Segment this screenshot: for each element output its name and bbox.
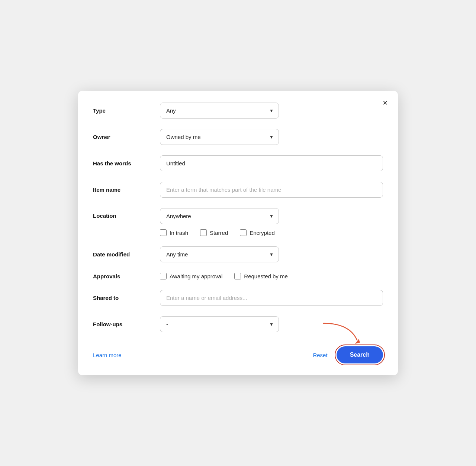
- follow-ups-control: - Suggested recipients Follow-up suggest…: [160, 316, 383, 332]
- location-select-wrapper: Anywhere My Drive Shared with me Compute…: [160, 208, 279, 224]
- location-label: Location: [93, 208, 160, 219]
- awaiting-approval-group[interactable]: Awaiting my approval: [160, 273, 222, 279]
- footer-right: Reset Search: [313, 346, 383, 363]
- owner-row: Owner Owned by me Not owned by me Owned …: [93, 129, 383, 145]
- starred-group[interactable]: Starred: [200, 229, 228, 236]
- has-the-words-input[interactable]: [160, 155, 383, 171]
- approvals-control: Awaiting my approval Requested by me: [160, 273, 383, 279]
- encrypted-label: Encrypted: [250, 230, 275, 236]
- owner-select-wrapper: Owned by me Not owned by me Owned by any…: [160, 129, 279, 145]
- follow-ups-label: Follow-ups: [93, 321, 160, 327]
- has-the-words-control: [160, 155, 383, 171]
- svg-marker-0: [355, 339, 360, 344]
- requested-by-me-label: Requested by me: [244, 273, 288, 279]
- follow-ups-select-wrapper: - Suggested recipients Follow-up suggest…: [160, 316, 279, 332]
- follow-ups-row: Follow-ups - Suggested recipients Follow…: [93, 316, 383, 332]
- approvals-checkboxes: Awaiting my approval Requested by me: [160, 273, 383, 279]
- date-modified-select[interactable]: Any time Today Yesterday Last 7 days Las…: [160, 246, 279, 262]
- item-name-row: Item name: [93, 182, 383, 198]
- encrypted-checkbox[interactable]: [240, 229, 247, 236]
- in-trash-label: In trash: [170, 230, 188, 236]
- date-modified-row: Date modified Any time Today Yesterday L…: [93, 246, 383, 262]
- approvals-label: Approvals: [93, 273, 160, 279]
- footer: Learn more Reset Search: [93, 343, 383, 363]
- date-modified-control: Any time Today Yesterday Last 7 days Las…: [160, 246, 383, 262]
- encrypted-group[interactable]: Encrypted: [240, 229, 275, 236]
- starred-label: Starred: [210, 230, 228, 236]
- location-row: Location Anywhere My Drive Shared with m…: [93, 208, 383, 236]
- requested-by-me-checkbox[interactable]: [234, 273, 241, 279]
- item-name-control: [160, 182, 383, 198]
- location-control: Anywhere My Drive Shared with me Compute…: [160, 208, 383, 236]
- shared-to-input[interactable]: [160, 290, 383, 306]
- type-control: Any Document Spreadsheet Presentation PD…: [160, 103, 383, 119]
- shared-to-control: [160, 290, 383, 306]
- search-dialog: × Type Any Document Spreadsheet Presenta…: [78, 91, 398, 375]
- type-select-wrapper: Any Document Spreadsheet Presentation PD…: [160, 103, 279, 119]
- approvals-row: Approvals Awaiting my approval Requested…: [93, 273, 383, 279]
- owner-label: Owner: [93, 134, 160, 140]
- location-select[interactable]: Anywhere My Drive Shared with me Compute…: [160, 208, 279, 224]
- date-modified-select-wrapper: Any time Today Yesterday Last 7 days Las…: [160, 246, 279, 262]
- type-label: Type: [93, 107, 160, 114]
- awaiting-approval-checkbox[interactable]: [160, 273, 167, 279]
- reset-button[interactable]: Reset: [313, 352, 327, 358]
- type-select[interactable]: Any Document Spreadsheet Presentation PD…: [160, 103, 279, 119]
- search-button[interactable]: Search: [337, 346, 383, 363]
- requested-by-me-group[interactable]: Requested by me: [234, 273, 288, 279]
- location-checkboxes: In trash Starred Encrypted: [160, 229, 383, 236]
- owner-control: Owned by me Not owned by me Owned by any…: [160, 129, 383, 145]
- close-button[interactable]: ×: [380, 97, 390, 109]
- item-name-label: Item name: [93, 187, 160, 193]
- type-row: Type Any Document Spreadsheet Presentati…: [93, 103, 383, 119]
- date-modified-label: Date modified: [93, 251, 160, 258]
- awaiting-approval-label: Awaiting my approval: [170, 273, 222, 279]
- shared-to-label: Shared to: [93, 295, 160, 301]
- item-name-input[interactable]: [160, 182, 383, 198]
- in-trash-group[interactable]: In trash: [160, 229, 188, 236]
- owner-select[interactable]: Owned by me Not owned by me Owned by any…: [160, 129, 279, 145]
- has-the-words-row: Has the words: [93, 155, 383, 171]
- has-the-words-label: Has the words: [93, 160, 160, 166]
- follow-ups-select[interactable]: - Suggested recipients Follow-up suggest…: [160, 316, 279, 332]
- learn-more-link[interactable]: Learn more: [93, 352, 122, 358]
- shared-to-row: Shared to: [93, 290, 383, 306]
- in-trash-checkbox[interactable]: [160, 229, 167, 236]
- starred-checkbox[interactable]: [200, 229, 207, 236]
